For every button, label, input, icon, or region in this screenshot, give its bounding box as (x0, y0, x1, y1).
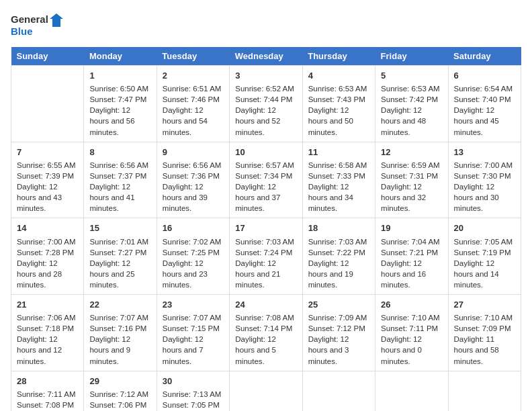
day-number: 3 (235, 70, 296, 82)
day-cell: 6Sunrise: 6:54 AMSunset: 7:40 PMDaylight… (448, 66, 521, 142)
day-number: 24 (235, 299, 296, 311)
sunset-text: Sunset: 7:15 PM (163, 323, 224, 334)
daylight-text: Daylight: 12 hours and 32 minutes. (381, 181, 442, 214)
day-number: 22 (89, 299, 150, 311)
daylight-text: Daylight: 12 hours and 5 minutes. (235, 334, 296, 366)
sunset-text: Sunset: 7:37 PM (89, 171, 150, 181)
day-cell: 17Sunrise: 7:03 AMSunset: 7:24 PMDayligh… (230, 218, 302, 295)
sunrise-text: Sunrise: 6:58 AM (308, 160, 369, 171)
svg-text:Blue: Blue (11, 26, 33, 37)
daylight-text: Daylight: 12 hours and 52 minutes. (235, 105, 296, 137)
header-saturday: Saturday (448, 47, 521, 66)
daylight-text: Daylight: 12 hours and 48 minutes. (381, 105, 442, 137)
week-row-3: 21Sunrise: 7:06 AMSunset: 7:18 PMDayligh… (11, 294, 521, 371)
sunset-text: Sunset: 7:06 PM (89, 400, 150, 410)
sunset-text: Sunset: 7:05 PM (163, 400, 224, 410)
daylight-text: Daylight: 12 hours and 43 minutes. (17, 181, 78, 214)
header-tuesday: Tuesday (157, 47, 229, 66)
daylight-text: Daylight: 12 hours and 23 minutes. (163, 258, 224, 290)
day-number: 4 (308, 70, 369, 82)
sunset-text: Sunset: 7:25 PM (163, 247, 224, 258)
daylight-text: Daylight: 12 hours and 14 minutes. (454, 258, 515, 290)
sunrise-text: Sunrise: 6:51 AM (163, 83, 224, 94)
sunrise-text: Sunrise: 7:09 AM (308, 312, 369, 323)
sunrise-text: Sunrise: 6:59 AM (381, 160, 442, 171)
sunset-text: Sunset: 7:24 PM (235, 247, 296, 258)
sunrise-text: Sunrise: 7:13 AM (163, 389, 224, 400)
daylight-text: Daylight: 12 hours and 7 minutes. (163, 334, 224, 366)
week-row-2: 14Sunrise: 7:00 AMSunset: 7:28 PMDayligh… (11, 218, 521, 295)
daylight-text: Daylight: 12 hours and 50 minutes. (308, 105, 369, 137)
day-cell: 1Sunrise: 6:50 AMSunset: 7:47 PMDaylight… (84, 66, 157, 142)
sunrise-text: Sunrise: 7:10 AM (381, 312, 442, 323)
sunrise-text: Sunrise: 6:54 AM (454, 83, 515, 94)
day-cell: 15Sunrise: 7:01 AMSunset: 7:27 PMDayligh… (84, 218, 157, 295)
daylight-text: Daylight: 12 hours and 41 minutes. (89, 181, 150, 214)
sunrise-text: Sunrise: 7:12 AM (89, 389, 150, 400)
header-sunday: Sunday (11, 47, 84, 66)
daylight-text: Daylight: 12 hours and 3 minutes. (308, 334, 369, 366)
day-number: 8 (89, 146, 150, 158)
day-number: 30 (163, 375, 224, 387)
day-cell: 2Sunrise: 6:51 AMSunset: 7:46 PMDaylight… (157, 66, 229, 142)
sunset-text: Sunset: 7:33 PM (308, 171, 369, 181)
day-number: 21 (17, 299, 78, 311)
day-cell (375, 371, 448, 411)
sunrise-text: Sunrise: 7:00 AM (17, 236, 78, 247)
day-number: 14 (17, 222, 78, 234)
sunset-text: Sunset: 7:30 PM (454, 171, 515, 181)
day-cell (448, 371, 521, 411)
day-number: 10 (235, 146, 296, 158)
day-cell: 29Sunrise: 7:12 AMSunset: 7:06 PMDayligh… (84, 371, 157, 411)
sunset-text: Sunset: 7:19 PM (454, 247, 515, 258)
day-number: 25 (308, 299, 369, 311)
day-cell: 18Sunrise: 7:03 AMSunset: 7:22 PMDayligh… (302, 218, 375, 295)
day-cell: 11Sunrise: 6:58 AMSunset: 7:33 PMDayligh… (302, 142, 375, 218)
week-row-1: 7Sunrise: 6:55 AMSunset: 7:39 PMDaylight… (11, 142, 521, 218)
sunset-text: Sunset: 7:43 PM (308, 94, 369, 105)
day-number: 13 (454, 146, 515, 158)
daylight-text: Daylight: 12 hours and 19 minutes. (308, 258, 369, 290)
day-number: 18 (308, 222, 369, 234)
day-cell: 26Sunrise: 7:10 AMSunset: 7:11 PMDayligh… (375, 294, 448, 371)
sunset-text: Sunset: 7:47 PM (89, 94, 150, 105)
day-cell: 23Sunrise: 7:07 AMSunset: 7:15 PMDayligh… (157, 294, 229, 371)
page-header: General Blue (11, 11, 521, 39)
sunset-text: Sunset: 7:39 PM (17, 171, 78, 181)
sunrise-text: Sunrise: 7:02 AM (163, 236, 224, 247)
sunrise-text: Sunrise: 6:50 AM (89, 83, 150, 94)
day-cell: 8Sunrise: 6:56 AMSunset: 7:37 PMDaylight… (84, 142, 157, 218)
svg-marker-2 (50, 13, 63, 27)
sunrise-text: Sunrise: 7:06 AM (17, 312, 78, 323)
sunrise-text: Sunrise: 7:07 AM (163, 312, 224, 323)
sunset-text: Sunset: 7:34 PM (235, 171, 296, 181)
day-number: 5 (381, 70, 442, 82)
daylight-text: Daylight: 12 hours and 56 minutes. (89, 105, 150, 137)
day-cell: 14Sunrise: 7:00 AMSunset: 7:28 PMDayligh… (11, 218, 84, 295)
day-cell: 22Sunrise: 7:07 AMSunset: 7:16 PMDayligh… (84, 294, 157, 371)
day-number: 23 (163, 299, 224, 311)
sunset-text: Sunset: 7:16 PM (89, 323, 150, 334)
sunrise-text: Sunrise: 7:01 AM (89, 236, 150, 247)
sunrise-text: Sunrise: 6:53 AM (381, 83, 442, 94)
sunrise-text: Sunrise: 6:56 AM (89, 160, 150, 171)
daylight-text: Daylight: 12 hours and 30 minutes. (454, 181, 515, 214)
daylight-text: Daylight: 12 hours and 12 minutes. (17, 334, 78, 366)
calendar-header-row: SundayMondayTuesdayWednesdayThursdayFrid… (11, 47, 521, 66)
header-wednesday: Wednesday (230, 47, 302, 66)
week-row-4: 28Sunrise: 7:11 AMSunset: 7:08 PMDayligh… (11, 371, 521, 411)
day-cell: 3Sunrise: 6:52 AMSunset: 7:44 PMDaylight… (230, 66, 302, 142)
day-cell (230, 371, 302, 411)
sunrise-text: Sunrise: 7:11 AM (17, 389, 78, 400)
sunset-text: Sunset: 7:31 PM (381, 171, 442, 181)
day-number: 6 (454, 70, 515, 82)
day-cell: 7Sunrise: 6:55 AMSunset: 7:39 PMDaylight… (11, 142, 84, 218)
sunrise-text: Sunrise: 6:52 AM (235, 83, 296, 94)
day-number: 2 (163, 70, 224, 82)
daylight-text: Daylight: 12 hours and 37 minutes. (235, 181, 296, 214)
day-cell: 16Sunrise: 7:02 AMSunset: 7:25 PMDayligh… (157, 218, 229, 295)
day-number: 19 (381, 222, 442, 234)
header-thursday: Thursday (302, 47, 375, 66)
logo-svg: General Blue (11, 11, 64, 39)
sunset-text: Sunset: 7:28 PM (17, 247, 78, 258)
